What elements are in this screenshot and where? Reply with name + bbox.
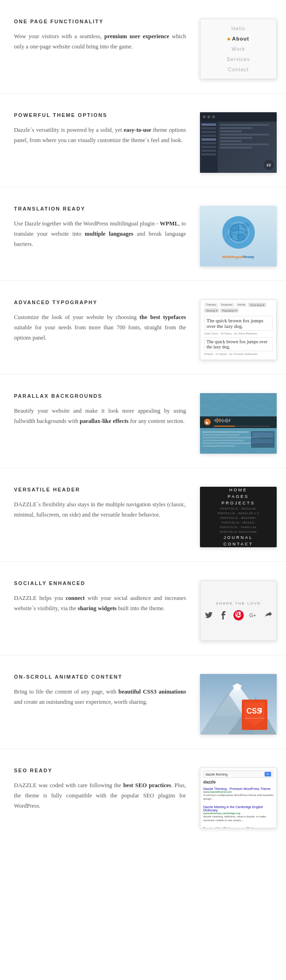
- theme-sidebar-item-4: [201, 135, 216, 137]
- theme-sidebar-item-9: [201, 153, 216, 156]
- section-translation-text: TRANSLATION READY Use Dazzle together wi…: [14, 206, 191, 250]
- theme-row-7: [220, 143, 269, 145]
- typo-pill-3: Article: [236, 303, 247, 307]
- header-nav-portfolio-mosaic: PORTFOLIO - MOSAIC: [222, 521, 255, 524]
- theme-top-bar: [200, 112, 277, 122]
- svg-rect-15: [217, 418, 218, 423]
- section-typography-desc: Customize the look of your website by ch…: [14, 313, 186, 343]
- theme-row-4: [220, 134, 269, 136]
- seo-logo-row: dazzle: [203, 780, 273, 786]
- section-parallax-desc: Beautify your website and make it look m…: [14, 406, 186, 427]
- section-typography-text: ADVANCED TYPOGRAPHY Customize the look o…: [14, 299, 191, 343]
- section-social-image: SHARE THE LOVE G+: [200, 580, 277, 641]
- seo-result-desc-2: dazzle meaning, definition, what is dazz…: [203, 815, 273, 823]
- section-onepage-title: ONE PAGE FUNCTIONALITY: [14, 19, 186, 24]
- theme-row-5: [220, 137, 253, 139]
- section-header-text: VERSATILE HEADER DAZZLE`s flexibility al…: [14, 487, 191, 520]
- section-social-text: SOCIALLY ENHANCED DAZZLE helps you conne…: [14, 580, 191, 614]
- theme-sidebar-item-1: [201, 123, 216, 126]
- theme-row-2: [220, 127, 253, 129]
- seo-result-desc-1: A premium multipurpose WordPress theme w…: [203, 793, 273, 801]
- svg-rect-36: [252, 444, 273, 447]
- svg-rect-26: [214, 426, 235, 427]
- section-onepage-image: Hello About Work Services Contact: [200, 19, 277, 79]
- section-typography-title: ADVANCED TYPOGRAPHY: [14, 299, 186, 305]
- section-onepage-text: ONE PAGE FUNCTIONALITY Wow your visitors…: [14, 19, 191, 52]
- section-social-title: SOCIALLY ENHANCED: [14, 580, 186, 586]
- section-header-title: VERSATILE HEADER: [14, 487, 186, 492]
- section-themeoptions-desc: Dazzle`s versatility is powered by a sol…: [14, 125, 186, 146]
- section-themeoptions-image: ZZ: [200, 112, 277, 173]
- section-seo-title: SEO READY: [14, 768, 186, 773]
- typo-pill-dropdown[interactable]: Font Size ▾: [248, 303, 266, 307]
- svg-rect-34: [252, 432, 273, 438]
- svg-rect-19: [222, 419, 223, 422]
- nav-hello: Hello: [210, 23, 267, 34]
- svg-point-1: [228, 224, 239, 231]
- section-themeoptions-text: POWERFUL THEME OPTIONS Dazzle`s versatil…: [14, 112, 191, 146]
- section-animated-desc: Bring to life the content of any page, w…: [14, 687, 186, 708]
- svg-rect-17: [219, 418, 220, 422]
- svg-text:3: 3: [259, 707, 262, 714]
- theme-sidebar-item-5: [201, 138, 216, 141]
- multilingual-label: MultilingualReady: [220, 255, 257, 259]
- section-social-desc: DAZZLE helps you connect with your socia…: [14, 593, 186, 614]
- typo-pill-sort[interactable]: Sorting ▾: [204, 308, 219, 313]
- facebook-icon: [219, 610, 229, 620]
- typo-pill-2: Featured: [219, 303, 234, 307]
- twitter-icon: [204, 610, 214, 620]
- header-nav-portfolio-parallax: PORTFOLIO - PARALLAX: [220, 526, 257, 529]
- header-nav-portfolio-variations: PORTFOLIO VARIATIONS: [220, 531, 257, 533]
- nav-work: Work: [210, 44, 267, 54]
- svg-rect-28: [202, 434, 239, 436]
- theme-row-3: [220, 130, 242, 132]
- share-label: SHARE THE LOVE: [216, 601, 261, 606]
- parallax-bg: ▶: [200, 393, 277, 454]
- svg-text:G+: G+: [249, 612, 256, 618]
- theme-dot-2: [207, 116, 210, 118]
- section-seo: SEO READY DAZZLE was coded with care fol…: [0, 749, 286, 842]
- typo-font-name-2: Roboto · 10 Styles · by Christian Robert…: [204, 353, 273, 355]
- nav-contact: Contact: [210, 64, 267, 75]
- seo-search-button[interactable]: 🔍: [265, 772, 271, 776]
- theme-sidebar-item-3: [201, 131, 216, 133]
- section-header-image: HOME PAGES PROJECTS PORTFOLIO - REGULAR …: [200, 487, 277, 547]
- header-nav-portfolio-regular: PORTFOLIO - REGULAR: [220, 507, 256, 510]
- pinterest-icon: [233, 610, 244, 620]
- svg-rect-18: [221, 420, 222, 422]
- section-header-desc: DAZZLE`s flexibility also stays in the m…: [14, 500, 186, 520]
- section-header: VERSATILE HEADER DAZZLE`s flexibility al…: [0, 468, 286, 562]
- section-onepage-desc: Wow your visitors with a seamless, premi…: [14, 32, 186, 52]
- section-themeoptions-title: POWERFUL THEME OPTIONS: [14, 112, 186, 118]
- animated-scene: CSS 3: [200, 674, 277, 735]
- svg-rect-30: [202, 440, 244, 441]
- header-nav-home: HOME: [229, 488, 247, 492]
- section-onepage: ONE PAGE FUNCTIONALITY Wow your visitors…: [0, 0, 286, 94]
- zz-badge: ZZ: [264, 160, 274, 170]
- nav-dot: [227, 38, 230, 41]
- seo-result-title-3: Dazzle - WordReference.com Dictionary: [203, 827, 273, 828]
- svg-rect-16: [218, 419, 219, 422]
- google-fonts-label: Google Fonts: [204, 359, 273, 360]
- svg-rect-29: [202, 437, 258, 438]
- svg-rect-13: [214, 420, 215, 421]
- svg-rect-20: [224, 420, 225, 422]
- theme-sidebar-item-6: [201, 142, 216, 144]
- social-icons-row: G+: [204, 610, 273, 620]
- seo-result-title-2: Dazzle Meeting in the Cambridge English …: [203, 805, 273, 812]
- typo-pill-pop[interactable]: Popularity ▾: [220, 308, 239, 313]
- section-translation-image: MultilingualReady: [200, 206, 277, 266]
- seo-result-3: Dazzle - WordReference.com Dictionary ww…: [203, 827, 273, 828]
- section-typography-image: Themes Featured Article Font Size ▾ Sort…: [200, 299, 277, 360]
- svg-rect-21: [225, 419, 226, 422]
- header-nav-journal: JOURNAL: [224, 535, 253, 540]
- section-parallax-text: PARALLAX BACKGROUNDS Beautify your websi…: [14, 393, 191, 427]
- header-nav-portfolio-regular-az: PORTFOLIO - REGULAR A-Z: [218, 512, 259, 515]
- theme-sidebar: [200, 122, 218, 173]
- typo-sample-charter: The quick brown fox jumps over the lazy …: [204, 337, 273, 351]
- section-translation-desc: Use Dazzle together with the WordPress m…: [14, 219, 186, 250]
- svg-rect-32: [202, 445, 235, 447]
- section-themeoptions: POWERFUL THEME OPTIONS Dazzle`s versatil…: [0, 94, 286, 187]
- section-seo-text: SEO READY DAZZLE was coded with care fol…: [14, 768, 191, 811]
- theme-dot-1: [203, 116, 206, 118]
